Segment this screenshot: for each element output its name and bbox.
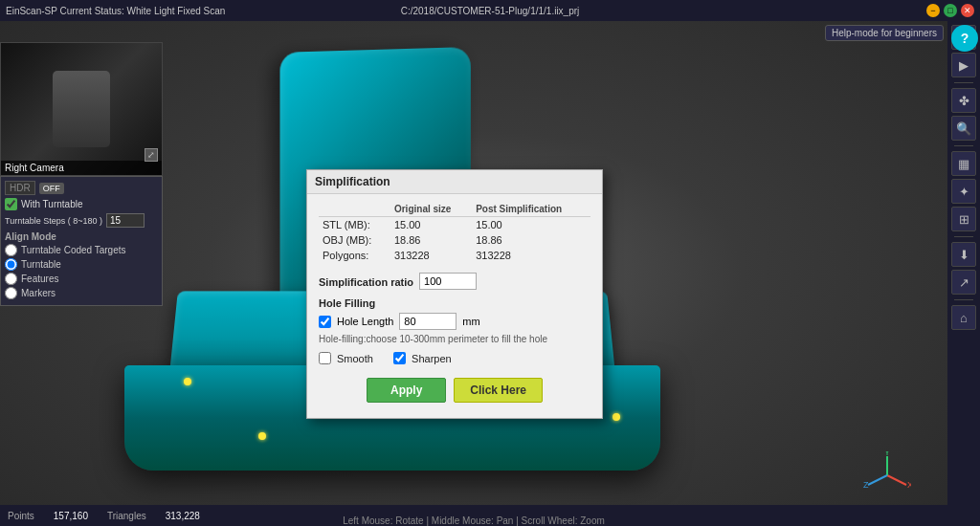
markers-radio[interactable] <box>5 287 17 299</box>
home-button[interactable]: ⌂ <box>951 305 976 330</box>
col-header-original: Original size <box>390 202 472 217</box>
camera-figure <box>53 71 110 147</box>
click-here-button[interactable]: Click Here <box>454 378 543 403</box>
table-cell: STL (MB): <box>319 217 390 233</box>
turntable-radio[interactable] <box>5 258 17 271</box>
help-mode-label: Help-mode for beginners <box>832 28 937 38</box>
turntable-label: Turntable <box>21 259 61 270</box>
features-radio[interactable] <box>5 273 17 285</box>
marker-dot <box>258 432 266 440</box>
marker-dot <box>184 378 191 385</box>
svg-line-4 <box>868 475 887 485</box>
points-value: 157,160 <box>54 511 88 521</box>
transform-button[interactable]: ✤ <box>951 88 976 113</box>
merge-button[interactable]: ⊞ <box>951 207 976 231</box>
table-row: Polygons:313228313228 <box>319 248 590 263</box>
camera-expand-button[interactable]: ⤢ <box>145 148 158 162</box>
table-cell: 18.86 <box>390 232 472 248</box>
turntable-steps-row: Turntable Steps ( 8~180 ) <box>5 213 158 228</box>
help-mode-button[interactable]: Help-mode for beginners <box>825 25 944 41</box>
simplification-ratio-row: Simplification ratio <box>319 271 590 292</box>
table-row: STL (MB):15.0015.00 <box>319 217 590 233</box>
window-controls: − □ ✕ <box>926 4 974 17</box>
triangles-label: Triangles <box>107 511 146 521</box>
hdr-off-label: OFF <box>39 183 64 194</box>
status-bar: Points 157,160 Triangles 313,228 Left Mo… <box>0 505 947 526</box>
smooth-label: Smooth <box>337 353 373 364</box>
hdr-row: HDR OFF <box>5 181 158 195</box>
table-cell: 18.86 <box>472 232 590 248</box>
table-cell: 15.00 <box>472 217 590 233</box>
with-turntable-label: With Turntable <box>21 199 82 209</box>
with-turntable-checkbox[interactable] <box>5 198 17 210</box>
smooth-checkbox[interactable] <box>319 352 331 364</box>
svg-text:Z: Z <box>863 480 869 490</box>
dialog-buttons: Apply Click Here <box>319 372 590 410</box>
simplification-ratio-label: Simplification ratio <box>319 276 413 288</box>
file-path: C:/2018/CUSTOMER-51-Plug/1/1/1.iix_prj <box>401 6 580 16</box>
table-cell: OBJ (MB): <box>319 232 390 248</box>
export-button[interactable]: ↗ <box>951 270 976 295</box>
camera-label: Right Camera <box>1 161 162 175</box>
markers-row: Markers <box>5 287 158 299</box>
table-cell: 313228 <box>390 248 472 263</box>
svg-line-0 <box>887 475 906 485</box>
sharpen-checkbox[interactable] <box>393 352 406 364</box>
dialog-body: Original size Post Simplification STL (M… <box>307 194 602 418</box>
camera-preview-content <box>1 43 162 175</box>
col-header-post: Post Simplification <box>472 202 590 217</box>
svg-text:Y: Y <box>884 451 890 457</box>
turntable-row: With Turntable <box>5 198 158 210</box>
smooth-sharpen-row: Smooth Sharpen <box>319 352 590 364</box>
apply-button[interactable]: Apply <box>367 378 446 403</box>
help-icon: ? <box>961 31 969 46</box>
hole-length-unit: mm <box>462 316 479 327</box>
simplification-table: Original size Post Simplification STL (M… <box>319 202 590 263</box>
hole-length-input[interactable] <box>399 313 457 330</box>
download-button[interactable]: ⬇ <box>951 242 976 267</box>
play-button[interactable]: ▶ <box>951 53 976 77</box>
dialog-title: Simplification <box>307 170 602 194</box>
features-row: Features <box>5 273 158 285</box>
simplification-dialog: Simplification Original size Post Simpli… <box>306 169 603 419</box>
hdr-toggle[interactable]: OFF <box>39 183 64 194</box>
toolbar-separator <box>954 299 973 300</box>
simplification-ratio-input[interactable] <box>419 273 477 290</box>
hdr-label: HDR <box>5 181 35 195</box>
hole-hint: Hole-filling:choose 10-300mm perimeter t… <box>319 334 590 344</box>
markers-label: Markers <box>21 288 56 298</box>
zoom-button[interactable]: 🔍 <box>951 116 976 141</box>
sharpen-label: Sharpen <box>412 353 452 364</box>
turntable-coded-label: Turntable Coded Targets <box>21 245 126 255</box>
table-cell: Polygons: <box>319 248 390 263</box>
turntable-row2: Turntable <box>5 258 158 271</box>
title-bar: EinScan-SP Current Status: White Light F… <box>0 0 980 21</box>
grid-button[interactable]: ▦ <box>951 151 976 176</box>
hole-length-checkbox[interactable] <box>319 316 331 328</box>
maximize-button[interactable]: □ <box>944 4 957 17</box>
table-row: OBJ (MB):18.8618.86 <box>319 232 590 248</box>
marker-dot <box>612 413 620 421</box>
toolbar-separator <box>954 145 973 146</box>
align-mode-title: Align Mode <box>5 231 158 242</box>
turntable-steps-label: Turntable Steps ( 8~180 ) <box>5 216 102 226</box>
triangles-value: 313,228 <box>166 511 200 521</box>
close-button[interactable]: ✕ <box>961 4 974 17</box>
help-icon-button[interactable]: ? <box>951 25 978 52</box>
points-label: Points <box>8 511 34 521</box>
toolbar-separator <box>954 82 973 83</box>
dialog-table-body: STL (MB):15.0015.00OBJ (MB):18.8618.86Po… <box>319 217 590 264</box>
svg-text:X: X <box>907 480 911 490</box>
minimize-button[interactable]: − <box>926 4 940 17</box>
toolbar-separator <box>954 236 973 237</box>
right-toolbar: 📁 ▶ ✤ 🔍 ▦ ✦ ⊞ ⬇ ↗ ⌂ <box>947 21 980 526</box>
left-panel: HDR OFF With Turntable Turntable Steps (… <box>0 176 163 306</box>
star-button[interactable]: ✦ <box>951 179 976 204</box>
features-label: Features <box>21 274 58 284</box>
camera-preview: Right Camera ⤢ <box>0 42 163 176</box>
turntable-coded-radio[interactable] <box>5 244 17 256</box>
hole-length-row: Hole Length mm <box>319 313 590 330</box>
turntable-steps-input[interactable] <box>106 213 145 228</box>
hole-filling-title: Hole Filling <box>319 297 590 309</box>
table-cell: 15.00 <box>390 217 472 233</box>
